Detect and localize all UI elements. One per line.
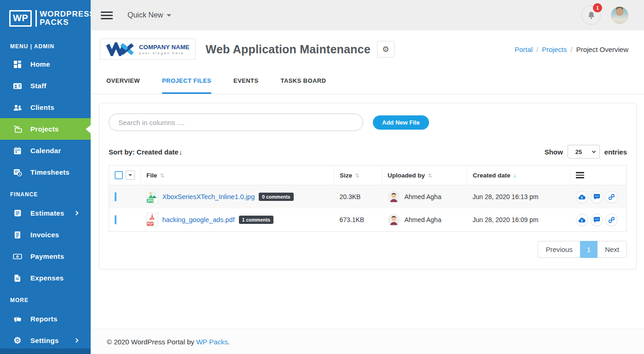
columns-menu-icon [576, 172, 584, 178]
notifications-button[interactable]: 1 [581, 6, 601, 25]
comments-button[interactable] [591, 191, 603, 203]
tab-project-files[interactable]: PROJECT FILES [162, 71, 211, 94]
breadcrumb-separator: / [570, 46, 572, 53]
sidebar-bottom-bar [0, 348, 91, 354]
comments-button[interactable] [591, 214, 603, 226]
sidebar-item-label: Clients [30, 103, 54, 111]
download-button[interactable] [576, 191, 588, 203]
user-avatar[interactable] [611, 6, 628, 24]
sidebar-item-reports[interactable]: Reports [0, 308, 91, 330]
page-size-select[interactable]: 25 [568, 145, 600, 159]
tab-events[interactable]: EVENTS [233, 71, 258, 94]
download-button[interactable] [576, 214, 588, 226]
uploader-name: Ahmed Agha [405, 193, 441, 200]
quick-new-dropdown[interactable]: Quick New [128, 11, 171, 19]
table-header-row: File⇅ Size⇅ Uploaded by⇅ Created date↓ [109, 166, 627, 185]
timesheet-icon [13, 168, 22, 177]
entries-label: entries [604, 148, 627, 156]
chevron-down-icon [592, 149, 596, 153]
sidebar-item-label: Estimates [30, 209, 64, 217]
finance-section-label: FINANCE [0, 183, 91, 202]
column-header-file[interactable]: File⇅ [141, 166, 334, 185]
footer-wp-packs-link[interactable]: WP Packs [196, 338, 228, 346]
column-header-actions[interactable] [570, 166, 627, 185]
sort-by-label: Sort by: Created date [109, 148, 179, 156]
topbar: Quick New 1 [91, 0, 644, 30]
file-name-link[interactable]: hacking_google_ads.pdf [162, 216, 235, 223]
project-settings-button[interactable]: ⚙ [377, 41, 395, 57]
table-row: JPG XboxSeriesXTech_Inline1.0.jpg 0 comm… [109, 185, 627, 209]
sidebar-item-staff[interactable]: Staff [0, 75, 91, 97]
sort-direction-icon: ↓ [179, 148, 183, 156]
cloud-download-icon [578, 217, 586, 223]
row-checkbox[interactable] [115, 215, 116, 224]
show-label: Show [545, 148, 563, 156]
breadcrumb-portal[interactable]: Portal [515, 46, 533, 53]
sidebar-item-home[interactable]: Home [0, 53, 91, 75]
sidebar-item-label: Settings [30, 337, 59, 344]
pdf-file-icon: PDF [146, 212, 158, 227]
add-new-file-button[interactable]: Add New File [373, 115, 429, 130]
sort-desc-icon: ↓ [513, 171, 516, 179]
sidebar-item-estimates[interactable]: Estimates [0, 202, 91, 224]
sidebar-item-label: Reports [30, 315, 58, 323]
project-tabs: OVERVIEW PROJECT FILES EVENTS TASKS BOAR… [91, 71, 644, 94]
column-header-size[interactable]: Size⇅ [334, 166, 382, 185]
sidebar-item-clients[interactable]: Clients [0, 97, 91, 118]
breadcrumb-projects[interactable]: Projects [542, 46, 567, 53]
sidebar-item-label: Projects [30, 125, 59, 133]
uploader-name: Ahmed Agha [405, 216, 441, 223]
svg-text:JPG: JPG [147, 199, 153, 202]
sidebar-item-calendar[interactable]: Calendar [0, 140, 91, 161]
company-slogan: your slogan here [139, 51, 190, 55]
created-date: Jun 28, 2020 16:09 pm [467, 208, 570, 232]
comment-icon [593, 194, 600, 200]
tab-overview[interactable]: OVERVIEW [106, 71, 140, 94]
sort-icon: ⇅ [355, 172, 360, 179]
file-size: 20.3KB [334, 185, 382, 209]
home-icon [13, 60, 22, 69]
table-row: PDF hacking_google_ads.pdf 1 comments 67… [109, 208, 627, 232]
bell-icon [587, 11, 596, 20]
column-header-uploaded-by[interactable]: Uploaded by⇅ [382, 166, 467, 185]
app-root: WP WORDPRESS PACKS MENU | ADMIN Home Sta… [0, 0, 644, 354]
page-title: Web Application Maintenance [206, 43, 371, 56]
uploader-avatar [388, 214, 400, 226]
sidebar-item-projects[interactable]: Projects [0, 118, 91, 140]
footer-text: © 2020 WordPress Portal by [107, 338, 194, 346]
select-all-checkbox[interactable] [115, 171, 123, 179]
menu-toggle-icon[interactable] [101, 11, 113, 19]
wp-logo-icon: WP [9, 10, 32, 27]
next-page-button[interactable]: Next [598, 241, 627, 258]
brand-logo[interactable]: WP WORDPRESS PACKS [0, 0, 91, 27]
sidebar-item-invoices[interactable]: Invoices [0, 224, 91, 246]
column-header-created-date[interactable]: Created date↓ [467, 166, 570, 185]
breadcrumb: Portal / Projects / Project Overview [515, 46, 628, 53]
page-content: COMPANY NAME your slogan here Web Applic… [91, 30, 644, 329]
file-name-link[interactable]: XboxSeriesXTech_Inline1.0.jpg [162, 193, 255, 200]
file-size: 673.1KB [334, 208, 382, 232]
sidebar-item-settings[interactable]: ⚙ Settings [0, 330, 91, 351]
select-dropdown-button[interactable] [126, 171, 135, 180]
sidebar-item-expenses[interactable]: Expenses [0, 267, 91, 289]
calendar-icon [13, 146, 22, 155]
estimate-icon [13, 209, 22, 218]
sidebar-item-payments[interactable]: Payments [0, 246, 91, 267]
tab-tasks-board[interactable]: TASKS BOARD [281, 71, 326, 94]
sidebar: WP WORDPRESS PACKS MENU | ADMIN Home Sta… [0, 0, 91, 354]
sidebar-item-timesheets[interactable]: Timesheets [0, 161, 91, 183]
copy-link-button[interactable] [605, 191, 618, 203]
sidebar-item-label: Expenses [30, 274, 64, 282]
row-checkbox[interactable] [115, 192, 116, 201]
invoice-icon [13, 230, 22, 240]
copy-link-button[interactable] [605, 214, 618, 226]
current-page-button[interactable]: 1 [580, 241, 598, 258]
comments-count-badge[interactable]: 1 comments [239, 216, 273, 224]
comments-count-badge[interactable]: 0 comments [259, 193, 293, 201]
previous-page-button[interactable]: Previous [538, 241, 580, 258]
breadcrumb-current: Project Overview [576, 46, 628, 53]
id-card-icon [13, 81, 22, 91]
search-input[interactable] [109, 114, 363, 131]
sort-icon: ⇅ [428, 172, 432, 179]
company-name: COMPANY NAME [139, 44, 190, 51]
